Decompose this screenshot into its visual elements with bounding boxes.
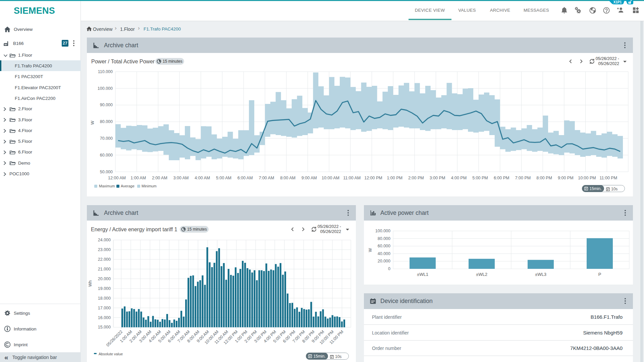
svg-text:18.000: 18.000 (98, 296, 111, 301)
svg-text:8:00 PM: 8:00 PM (536, 176, 552, 180)
svg-text:Maximum: Maximum (99, 184, 115, 188)
svg-text:110.000: 110.000 (98, 69, 113, 74)
svg-text:90.000: 90.000 (100, 103, 113, 107)
svg-text:Absolute value: Absolute value (99, 352, 123, 356)
svg-text:Wh: Wh (88, 281, 93, 287)
svg-text:4:00 AM: 4:00 AM (195, 176, 210, 180)
svg-text:±WL1: ±WL1 (417, 272, 428, 277)
svg-text:60.000: 60.000 (100, 153, 113, 158)
svg-text:11:00 AM: 11:00 AM (343, 176, 361, 180)
svg-text:100.000: 100.000 (375, 229, 390, 233)
svg-text:8:00 AM: 8:00 AM (280, 176, 296, 180)
svg-text:12:00 PM: 12:00 PM (364, 176, 382, 180)
svg-text:W: W (368, 248, 373, 252)
svg-text:3:00 PM: 3:00 PM (430, 176, 445, 180)
svg-text:6:00 AM: 6:00 AM (237, 176, 253, 180)
svg-text:±WL2: ±WL2 (476, 272, 487, 277)
svg-text:21.000: 21.000 (98, 267, 111, 272)
svg-text:70.000: 70.000 (100, 136, 113, 141)
svg-text:10:00 PM: 10:00 PM (578, 176, 596, 180)
svg-text:9:00 AM: 9:00 AM (302, 176, 317, 180)
svg-text:6:00 PM: 6:00 PM (494, 176, 509, 180)
svg-text:19.000: 19.000 (98, 286, 111, 291)
svg-text:80.000: 80.000 (378, 236, 390, 241)
svg-text:2:00 AM: 2:00 AM (152, 176, 167, 180)
svg-text:10:00 AM: 10:00 AM (322, 176, 339, 180)
svg-text:Average: Average (121, 184, 135, 188)
svg-text:5:00 PM: 5:00 PM (472, 176, 488, 180)
svg-text:7:00 AM: 7:00 AM (259, 176, 274, 180)
svg-text:16.000: 16.000 (98, 315, 111, 320)
svg-text:X1P1: X1P1 (613, 0, 622, 4)
svg-text:23.000: 23.000 (98, 247, 111, 252)
svg-text:2:00 PM: 2:00 PM (408, 176, 424, 180)
svg-text:1:00 PM: 1:00 PM (387, 176, 402, 180)
svg-text:40.000: 40.000 (378, 251, 390, 256)
svg-text:11:00 PM: 11:00 PM (600, 176, 618, 180)
svg-text:12:00 AM: 12:00 AM (108, 176, 126, 180)
svg-text:100.000: 100.000 (98, 86, 113, 91)
svg-text:4:00 PM: 4:00 PM (451, 176, 467, 180)
svg-text:7:00 PM: 7:00 PM (515, 176, 531, 180)
svg-text:22.000: 22.000 (98, 257, 111, 262)
svg-text:20.000: 20.000 (98, 277, 111, 281)
svg-text:3:00 AM: 3:00 AM (173, 176, 189, 180)
svg-text:W: W (90, 121, 95, 125)
svg-text:5:00 AM: 5:00 AM (216, 176, 231, 180)
svg-text:20.000: 20.000 (378, 259, 390, 263)
svg-text:15.000: 15.000 (98, 325, 111, 329)
svg-text:1:00 AM: 1:00 AM (130, 176, 146, 180)
svg-text:±WL3: ±WL3 (535, 272, 546, 277)
svg-text:50.000: 50.000 (100, 170, 113, 174)
svg-text:Minimum: Minimum (142, 184, 157, 188)
svg-text:80.000: 80.000 (100, 119, 113, 124)
svg-text:0: 0 (388, 266, 390, 271)
svg-text:60.000: 60.000 (378, 244, 390, 248)
svg-text:24.000: 24.000 (98, 238, 111, 242)
svg-text:P: P (598, 272, 601, 277)
svg-text:17.000: 17.000 (98, 306, 111, 310)
svg-text:9:00 PM: 9:00 PM (558, 176, 574, 180)
